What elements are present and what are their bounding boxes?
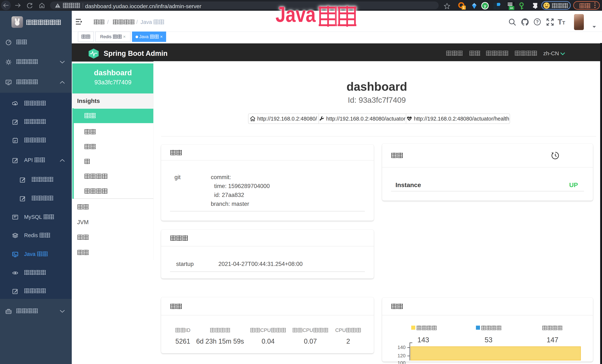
svg-text:1: 1 (463, 6, 465, 9)
svg-text:on: on (510, 7, 513, 10)
svg-text:y: y (484, 3, 486, 8)
svg-text:?: ? (536, 19, 539, 24)
